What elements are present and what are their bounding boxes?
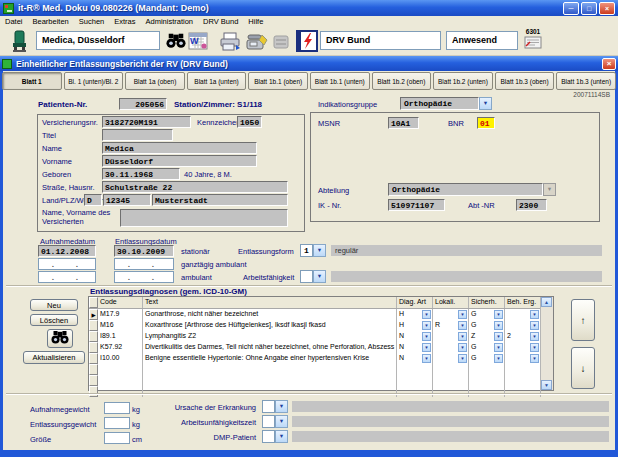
move-row-down-button[interactable]: ↓ bbox=[571, 347, 595, 389]
msnr-field[interactable]: 10A1 bbox=[388, 117, 419, 129]
scroll-up-icon[interactable]: ▲ bbox=[541, 297, 552, 307]
dept-no-field[interactable]: 2300 bbox=[516, 199, 547, 211]
text-cell[interactable]: Lymphangitis Z2 bbox=[143, 331, 397, 342]
dropdown-icon[interactable]: ▼ bbox=[458, 354, 467, 363]
form-6301-icon[interactable]: 6301 bbox=[524, 28, 542, 53]
admission-date-ambulant[interactable]: . . bbox=[38, 271, 96, 283]
refresh-button[interactable]: Aktualisieren bbox=[23, 351, 85, 364]
admission-weight-field[interactable] bbox=[104, 402, 130, 414]
sicherh-cell[interactable]: G▼ bbox=[469, 309, 505, 320]
drv-bund-icon[interactable] bbox=[296, 30, 318, 52]
code-cell[interactable]: I89.1 bbox=[98, 331, 143, 342]
scroll-down-icon[interactable]: ▼ bbox=[541, 380, 552, 390]
calendar-icon[interactable]: W bbox=[188, 32, 208, 54]
diagnosis-row[interactable]: K57.92 Divertikulitis des Darmes, Teil n… bbox=[89, 342, 553, 353]
diag-art-cell[interactable]: N▼ bbox=[397, 331, 433, 342]
code-cell[interactable]: K57.92 bbox=[98, 342, 143, 353]
discharge-date-stationary[interactable]: 30.10.2009 bbox=[114, 245, 174, 257]
menu-administration[interactable]: Administration bbox=[146, 17, 194, 26]
dropdown-icon[interactable]: ▼ bbox=[530, 354, 539, 363]
carrier-input[interactable]: DRV Bund bbox=[320, 31, 441, 50]
dmp-patient-combobox[interactable]: ▼ bbox=[262, 430, 288, 443]
discharge-date-daycare[interactable]: . . bbox=[114, 258, 174, 270]
dropdown-icon[interactable]: ▼ bbox=[494, 321, 503, 330]
diag-art-cell[interactable]: H▼ bbox=[397, 320, 433, 331]
table-scrollbar[interactable]: ▲ ▼ bbox=[540, 297, 553, 390]
beh-erg-cell[interactable]: ▼ bbox=[505, 320, 541, 331]
clinic-input[interactable]: Medica, Düsseldorf bbox=[36, 31, 160, 50]
menu-suchen[interactable]: Suchen bbox=[79, 17, 104, 26]
dropdown-icon[interactable]: ▼ bbox=[422, 343, 431, 352]
dropdown-icon[interactable]: ▼ bbox=[422, 310, 431, 319]
dropdown-icon[interactable]: ▼ bbox=[458, 321, 467, 330]
street-field[interactable]: Schulstraße 22 bbox=[102, 181, 288, 193]
tab-blatt1b3-oben[interactable]: Blatt 1b.3 (oben) bbox=[495, 72, 555, 90]
discharge-weight-field[interactable] bbox=[104, 417, 130, 429]
search-binoculars-icon[interactable] bbox=[166, 33, 186, 53]
search-diagnosis-button[interactable] bbox=[47, 329, 73, 348]
report-close-button[interactable]: × bbox=[602, 58, 616, 70]
dropdown-icon[interactable]: ▼ bbox=[494, 354, 503, 363]
insured-name-field[interactable] bbox=[120, 209, 288, 227]
patient-no-field[interactable]: 205056 bbox=[119, 98, 167, 110]
lokali-cell[interactable]: ▼ bbox=[433, 309, 469, 320]
tab-blatt1[interactable]: Blatt 1 bbox=[2, 72, 62, 90]
tab-blatt1b2-unten[interactable]: Blatt 1b.2 (unten) bbox=[433, 72, 493, 90]
beh-erg-cell[interactable]: ▼ bbox=[505, 342, 541, 353]
code-cell[interactable]: M16 bbox=[98, 320, 143, 331]
dropdown-icon[interactable]: ▼ bbox=[458, 332, 467, 341]
discharge-date-ambulant[interactable]: . . bbox=[114, 271, 174, 283]
dropdown-icon[interactable]: ▼ bbox=[494, 332, 503, 341]
birthdate-field[interactable]: 30.11.1968 bbox=[102, 168, 180, 180]
print-icon[interactable] bbox=[218, 32, 242, 55]
room-chair-icon[interactable] bbox=[8, 29, 32, 57]
tab-blatt1b1-oben[interactable]: Blatt 1b.1 (oben) bbox=[248, 72, 308, 90]
code-cell[interactable]: M17.9 bbox=[98, 309, 143, 320]
admission-date-stationary[interactable]: 01.12.2008 bbox=[38, 245, 96, 257]
text-cell[interactable]: Gonarthrose, nicht näher bezeichnet bbox=[143, 309, 397, 320]
new-button[interactable]: Neu bbox=[30, 299, 78, 311]
minimize-button[interactable]: ─ bbox=[563, 2, 579, 15]
tab-blatt1b1-unten[interactable]: Blatt 1b.1 (unten) bbox=[310, 72, 370, 90]
insurance-no-field[interactable]: 3182720M191 bbox=[102, 116, 191, 128]
sicherh-cell[interactable]: G▼ bbox=[469, 353, 505, 364]
ik-no-field[interactable]: 510971107 bbox=[388, 199, 445, 211]
text-cell[interactable]: Divertikulitis des Darmes, Teil nicht nä… bbox=[143, 342, 397, 353]
sicherh-cell[interactable]: G▼ bbox=[469, 342, 505, 353]
lokali-cell[interactable]: ▼ bbox=[433, 353, 469, 364]
sicherh-cell[interactable]: Z▼ bbox=[469, 331, 505, 342]
presence-input[interactable]: Anwesend bbox=[446, 31, 518, 50]
menu-extras[interactable]: Extras bbox=[114, 17, 135, 26]
diagnosis-row[interactable]: M16 Koxarthrose [Arthrose des Hüftgelenk… bbox=[89, 320, 553, 331]
diagnosis-row[interactable]: ▶ M17.9 Gonarthrose, nicht näher bezeich… bbox=[89, 309, 553, 320]
department-dropdown-icon[interactable]: ▼ bbox=[543, 183, 556, 196]
height-field[interactable] bbox=[104, 432, 130, 444]
tab-blatt1a-oben[interactable]: Blatt 1a (oben) bbox=[125, 72, 185, 90]
dmp-dropdown-icon[interactable]: ▼ bbox=[275, 430, 288, 443]
dropdown-icon[interactable]: ▼ bbox=[494, 310, 503, 319]
text-cell[interactable]: Koxarthrose [Arthrose des Hüftgelenkes],… bbox=[143, 320, 397, 331]
phone-icon[interactable] bbox=[245, 32, 269, 55]
title-field[interactable] bbox=[102, 129, 173, 141]
tab-blatt1b3-unten[interactable]: Blatt 1b.3 (unten) bbox=[556, 72, 616, 90]
dropdown-icon[interactable]: ▼ bbox=[458, 310, 467, 319]
maximize-button[interactable]: □ bbox=[581, 2, 597, 15]
work-ability-dropdown-icon[interactable]: ▼ bbox=[313, 270, 326, 283]
beh-erg-cell[interactable]: 2▼ bbox=[505, 331, 541, 342]
code-cell[interactable]: I10.00 bbox=[98, 353, 143, 364]
menu-bearbeiten[interactable]: Bearbeiten bbox=[33, 17, 69, 26]
bnr-field[interactable]: 01 bbox=[477, 117, 495, 129]
menu-hilfe[interactable]: Hilfe bbox=[248, 17, 263, 26]
illness-cause-dropdown-icon[interactable]: ▼ bbox=[275, 400, 288, 413]
dropdown-icon[interactable]: ▼ bbox=[530, 343, 539, 352]
illness-cause-combobox[interactable]: ▼ bbox=[262, 400, 288, 413]
beh-erg-cell[interactable]: ▼ bbox=[505, 309, 541, 320]
lokali-cell[interactable]: R▼ bbox=[433, 320, 469, 331]
diag-art-cell[interactable]: N▼ bbox=[397, 342, 433, 353]
tab-bl1-unten-bl2[interactable]: Bl. 1 (unten)/Bl. 2 bbox=[64, 72, 124, 90]
dropdown-icon[interactable]: ▼ bbox=[530, 332, 539, 341]
zip-field[interactable]: 12345 bbox=[103, 194, 151, 206]
diag-art-cell[interactable]: H▼ bbox=[397, 309, 433, 320]
city-field[interactable]: Musterstadt bbox=[152, 194, 288, 206]
tab-blatt1b2-oben[interactable]: Blatt 1b.2 (oben) bbox=[372, 72, 432, 90]
